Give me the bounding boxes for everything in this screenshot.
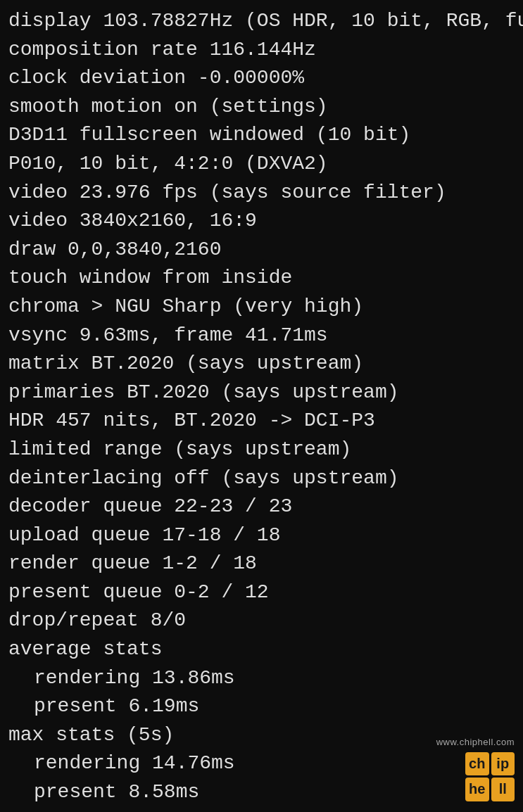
stat-line-0: display 103.78827Hz (OS HDR, 10 bit, RGB… <box>8 7 515 36</box>
stat-line-18: upload queue 17-18 / 18 <box>8 521 515 550</box>
stat-line-23: rendering 13.86ms <box>8 664 515 693</box>
stat-line-21: drop/repeat 8/0 <box>8 607 515 635</box>
stat-line-14: HDR 457 nits, BT.2020 -> DCI-P3 <box>8 407 515 436</box>
stat-line-11: vsync 9.63ms, frame 41.71ms <box>8 322 515 350</box>
stat-line-12: matrix BT.2020 (says upstream) <box>8 350 515 379</box>
stat-line-19: render queue 1-2 / 18 <box>8 550 515 578</box>
stat-line-24: present 6.19ms <box>8 692 515 721</box>
stat-line-2: clock deviation -0.00000% <box>8 64 515 93</box>
stat-line-3: smooth motion on (settings) <box>8 93 515 122</box>
stat-line-16: deinterlacing off (says upstream) <box>8 464 515 493</box>
logo-cell-ip: ip <box>491 752 515 776</box>
stat-line-10: chroma > NGU Sharp (very high) <box>8 293 515 322</box>
stats-panel: display 103.78827Hz (OS HDR, 10 bit, RGB… <box>8 7 515 807</box>
stat-line-20: present queue 0-2 / 12 <box>8 578 515 607</box>
chiphell-logo: ch ip he ll <box>465 752 515 801</box>
stat-line-7: video 3840x2160, 16:9 <box>8 207 515 236</box>
logo-cell-ch: ch <box>465 752 489 776</box>
stat-line-22: average stats <box>8 635 515 664</box>
stat-line-9: touch window from inside <box>8 264 515 293</box>
logo-cell-ll: ll <box>491 778 515 801</box>
stat-line-13: primaries BT.2020 (says upstream) <box>8 379 515 407</box>
stat-line-5: P010, 10 bit, 4:2:0 (DXVA2) <box>8 150 515 179</box>
stat-line-17: decoder queue 22-23 / 23 <box>8 493 515 521</box>
stat-line-4: D3D11 fullscreen windowed (10 bit) <box>8 121 515 150</box>
logo-cell-he: he <box>465 778 489 801</box>
watermark-url: www.chiphell.com <box>436 736 515 749</box>
stat-line-15: limited range (says upstream) <box>8 436 515 464</box>
stat-line-6: video 23.976 fps (says source filter) <box>8 179 515 208</box>
watermark: www.chiphell.com ch ip he ll <box>436 736 515 801</box>
stat-line-1: composition rate 116.144Hz <box>8 36 515 65</box>
stat-line-8: draw 0,0,3840,2160 <box>8 236 515 265</box>
